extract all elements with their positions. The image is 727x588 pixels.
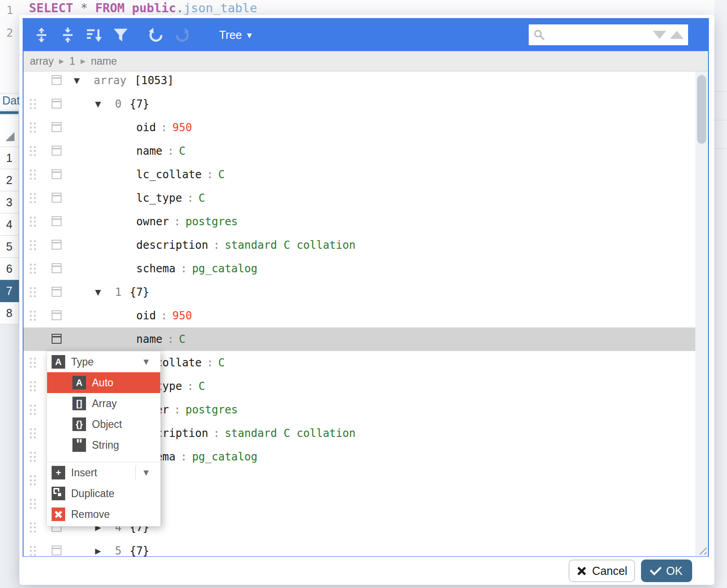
expand-all-button[interactable] [32,24,52,46]
field-value[interactable]: 950 [172,309,192,322]
filter-button[interactable] [110,24,130,46]
row-actions-menu-icon[interactable] [52,169,62,179]
field-value[interactable]: C [179,145,185,157]
field-name[interactable]: lc_type [136,192,182,204]
grid-row-header[interactable]: 3 [0,191,19,213]
field-value[interactable]: pg_catalog [192,450,258,463]
drag-handle-icon[interactable] [30,358,32,360]
menu-item-string[interactable]: "String [47,435,160,455]
collapse-all-button[interactable] [58,24,78,46]
row-actions-menu-icon[interactable] [52,545,62,555]
tree-row[interactable]: oid:950 [24,116,695,139]
row-actions-menu-icon[interactable] [52,310,62,320]
tree-row[interactable]: schema:pg_catalog [24,257,695,280]
grid-row-header[interactable]: 2 [0,169,19,191]
field-value[interactable]: standard C collation [225,239,355,251]
search-next-button[interactable] [653,31,666,39]
field-name[interactable]: owner [136,215,169,228]
drag-handle-icon[interactable] [30,381,32,383]
drag-handle-icon[interactable] [30,193,32,195]
field-value[interactable]: C [199,192,205,204]
menu-item-duplicate[interactable]: Duplicate [47,483,160,504]
menu-item-array[interactable]: []Array [47,393,160,414]
scrollbar-track[interactable] [695,71,708,556]
field-name[interactable]: lc_collate [136,168,202,181]
grid-row-header[interactable]: 7 [0,280,19,302]
field-value[interactable]: postgres [186,215,238,228]
drag-handle-icon[interactable] [30,146,32,148]
drag-handle-icon[interactable] [30,264,32,266]
undo-button[interactable] [146,24,166,46]
field-name[interactable]: oid [136,309,156,322]
expand-icon[interactable]: ▶ [95,546,115,555]
sort-button[interactable] [84,24,104,46]
row-actions-menu-icon[interactable] [52,263,62,273]
drag-handle-icon[interactable] [30,428,32,430]
field-value[interactable]: standard C collation [225,427,355,440]
drag-handle-icon[interactable] [30,499,32,501]
breadcrumb-item[interactable]: array [30,55,53,67]
tree-row[interactable]: description:standard C collation [24,233,695,257]
grid-row-header[interactable]: 6 [0,258,19,280]
menu-item-auto[interactable]: AAuto [47,372,160,393]
row-actions-menu-icon[interactable] [52,75,62,85]
drag-handle-icon[interactable] [30,240,32,242]
row-actions-menu-icon[interactable] [52,334,62,344]
drag-handle-icon[interactable] [30,123,32,124]
search-input[interactable] [549,28,650,41]
collapse-icon[interactable]: ▼ [95,100,115,109]
scrollbar-thumb[interactable] [697,75,706,144]
tree-row[interactable]: ▼1{7} [24,280,695,304]
drag-handle-icon[interactable] [30,287,32,289]
field-value[interactable]: C [179,333,185,346]
field-value[interactable]: C [218,168,225,181]
field-value[interactable]: 950 [172,121,192,134]
collapse-icon[interactable]: ▼ [74,76,94,85]
field-name[interactable]: schema [136,262,176,275]
menu-item-insert[interactable]: +Insert▼ [47,462,160,483]
field-value[interactable]: C [199,380,205,393]
tree-row[interactable]: ▼0{7} [24,92,695,116]
redo-button[interactable] [172,24,192,46]
field-value[interactable]: C [218,356,225,369]
drag-handle-icon[interactable] [30,522,32,524]
field-name[interactable]: name [136,145,163,157]
row-actions-menu-icon[interactable] [52,216,62,226]
row-actions-menu-icon[interactable] [52,193,62,203]
drag-handle-icon[interactable] [30,170,32,171]
row-actions-menu-icon[interactable] [52,99,62,109]
grid-row-header[interactable]: 1 [0,147,19,169]
field-value[interactable]: postgres [186,403,238,416]
drag-handle-icon[interactable] [30,452,32,454]
cancel-button[interactable]: Cancel [569,560,635,582]
grid-row-header[interactable]: 4 [0,213,19,236]
drag-handle-icon[interactable] [30,405,32,407]
menu-item-remove[interactable]: Remove [47,504,160,525]
ok-button[interactable]: OK [641,560,692,582]
menu-item-object[interactable]: {}Object [47,414,160,435]
row-actions-menu-icon[interactable] [52,287,62,297]
tree-row[interactable]: name:C [24,327,695,351]
grid-select-all-cell[interactable] [0,115,19,147]
tree-row[interactable]: lc_collate:C [24,163,695,186]
collapse-icon[interactable]: ▼ [95,288,115,297]
grid-row-header[interactable]: 5 [0,236,19,258]
tree-row[interactable]: ▶5{7} [24,539,695,556]
row-actions-menu-icon[interactable] [52,146,62,156]
row-actions-menu-icon[interactable] [52,122,62,132]
menu-item-type[interactable]: AType▼ [47,351,160,372]
tree-row[interactable]: name:C [24,139,695,163]
drag-handle-icon[interactable] [30,475,32,477]
field-name[interactable]: name [136,333,163,346]
field-name[interactable]: description [136,239,208,251]
drag-handle-icon[interactable] [30,99,32,101]
field-name[interactable]: oid [136,121,156,134]
drag-handle-icon[interactable] [30,217,32,218]
tree-row[interactable]: oid:950 [24,304,695,327]
breadcrumb-item[interactable]: name [91,55,117,67]
mode-select-dropdown[interactable]: Tree ▼ [216,28,254,42]
grid-row-header[interactable]: 8 [0,302,19,324]
drag-handle-icon[interactable] [30,546,32,548]
tab-data-output[interactable]: Dat [0,94,19,109]
drag-handle-icon[interactable] [30,311,32,313]
